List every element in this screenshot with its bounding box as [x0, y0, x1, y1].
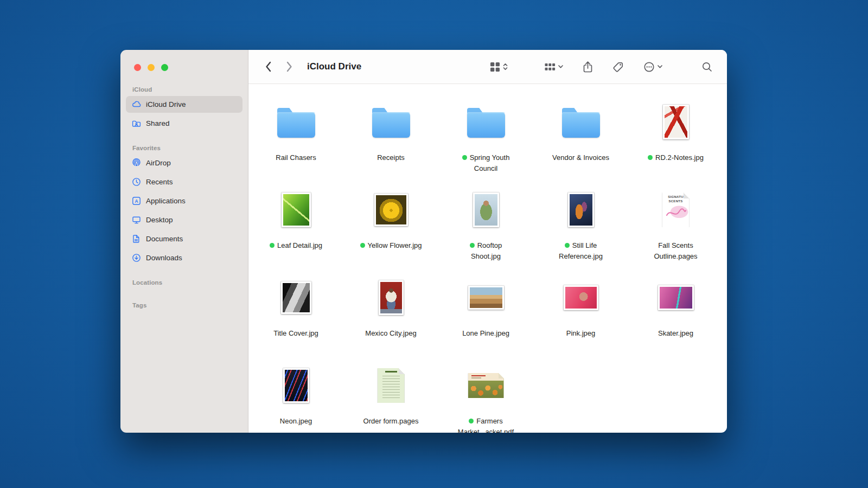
document-thumb-text: SIGNATU SCENTS — [663, 195, 688, 204]
main-panel: iCloud Drive — [248, 50, 727, 433]
sidebar-item-downloads[interactable]: Downloads — [126, 249, 242, 266]
script-squiggle-icon — [665, 207, 687, 219]
file-label: Skater.jpeg — [658, 328, 693, 339]
file-item[interactable]: Still Life Reference.jpg — [533, 185, 628, 273]
more-actions-button[interactable] — [643, 61, 662, 73]
sidebar-item-documents[interactable]: Documents — [126, 230, 242, 247]
sidebar-item-applications[interactable]: A Applications — [126, 192, 242, 209]
file-label: Spring Youth Council — [455, 152, 518, 174]
file-item[interactable]: Order form.pages — [343, 361, 438, 433]
image-thumbnail — [281, 281, 311, 314]
file-item[interactable]: Leaf Detail.jpg — [248, 185, 343, 273]
image-thumbnail — [374, 194, 408, 226]
sync-badge-icon — [565, 243, 570, 248]
file-label: Still Life Reference.jpg — [550, 240, 612, 261]
sync-badge-icon — [648, 155, 653, 160]
tag-icon — [612, 61, 624, 73]
section-header: iCloud — [120, 86, 248, 96]
view-switcher-button[interactable] — [490, 62, 508, 72]
sidebar-item-icloud-drive[interactable]: iCloud Drive — [126, 96, 242, 113]
grid-view-icon — [490, 62, 500, 72]
file-label: Neon.jpeg — [280, 416, 312, 427]
file-label: Yellow Flower.jpg — [360, 240, 422, 251]
sidebar-item-airdrop[interactable]: AirDrop — [126, 155, 242, 171]
file-label: Pink.jpeg — [566, 328, 595, 339]
sidebar-item-label: Downloads — [146, 254, 182, 262]
file-label: Mexico City.jpeg — [365, 328, 416, 339]
toolbar: iCloud Drive — [248, 50, 727, 84]
file-item[interactable]: Rooftop Shoot.jpg — [438, 185, 533, 273]
file-item[interactable]: Farmers Market...acket.pdf — [438, 361, 533, 433]
airdrop-icon — [131, 158, 142, 168]
tags-button[interactable] — [612, 61, 624, 73]
file-item[interactable]: Pink.jpeg — [533, 273, 628, 361]
shared-folder-icon — [131, 119, 142, 128]
sidebar-item-label: Applications — [146, 197, 186, 205]
sync-badge-icon — [469, 419, 474, 423]
file-label: Fall Scents Outline.pages — [644, 240, 707, 261]
folder-icon — [277, 112, 315, 138]
sidebar-item-shared[interactable]: Shared — [126, 115, 242, 132]
file-item[interactable]: Lone Pine.jpeg — [438, 273, 533, 361]
sidebar-section-locations: Locations — [120, 279, 248, 289]
pdf-document-icon — [468, 373, 504, 398]
zoom-button[interactable] — [161, 64, 168, 71]
ellipsis-circle-icon — [643, 61, 655, 73]
sidebar-item-recents[interactable]: Recents — [126, 174, 242, 190]
section-header: Favorites — [120, 145, 248, 155]
section-header[interactable]: Locations — [120, 279, 248, 289]
document-text-lines — [382, 376, 400, 399]
svg-text:A: A — [135, 198, 138, 204]
file-browser: Rail Chasers Receipts Spring Youth Counc… — [248, 84, 727, 433]
clock-icon — [131, 177, 142, 187]
file-item[interactable]: Receipts — [343, 97, 438, 185]
forward-button[interactable] — [286, 61, 293, 73]
document-text-line — [471, 375, 486, 376]
group-by-button[interactable] — [545, 63, 563, 71]
download-icon — [131, 253, 142, 262]
search-icon — [701, 61, 713, 73]
image-thumbnail — [468, 286, 504, 310]
pages-document-icon: SIGNATU SCENTS — [662, 192, 690, 227]
file-item[interactable]: SIGNATU SCENTS Fall Scents Outline.pages — [628, 185, 723, 273]
file-label: Rooftop Shoot.jpg — [455, 240, 518, 261]
sidebar-item-label: Shared — [146, 119, 170, 127]
close-button[interactable] — [134, 64, 141, 71]
image-thumbnail — [283, 368, 309, 403]
file-item[interactable]: Yellow Flower.jpg — [343, 185, 438, 273]
folder-icon — [562, 112, 600, 138]
finder-window: iCloud iCloud Drive Shared Favorites — [120, 50, 727, 433]
back-button[interactable] — [265, 61, 272, 73]
sidebar: iCloud iCloud Drive Shared Favorites — [120, 50, 248, 433]
search-button[interactable] — [701, 61, 713, 73]
sidebar-item-label: AirDrop — [146, 159, 171, 167]
file-label: Order form.pages — [363, 416, 419, 427]
pages-document-icon — [378, 368, 405, 403]
minimize-button[interactable] — [148, 64, 155, 71]
sidebar-item-label: Recents — [146, 178, 173, 186]
sidebar-item-label: iCloud Drive — [146, 100, 186, 108]
file-item[interactable]: Neon.jpeg — [248, 361, 343, 433]
sidebar-section-icloud: iCloud iCloud Drive Shared — [120, 86, 248, 132]
file-item[interactable]: Title Cover.jpg — [248, 273, 343, 361]
file-label: Leaf Detail.jpg — [270, 240, 322, 251]
sidebar-nav: iCloud iCloud Drive Shared Favorites — [120, 71, 248, 312]
file-label: Receipts — [377, 152, 405, 163]
file-item[interactable]: RD.2-Notes.jpg — [628, 97, 723, 185]
file-item[interactable]: Rail Chasers — [248, 97, 343, 185]
file-item[interactable]: Vendor & Invoices — [533, 97, 628, 185]
image-thumbnail — [282, 192, 311, 227]
document-text-line — [471, 377, 481, 378]
image-thumbnail — [568, 192, 594, 227]
share-button[interactable] — [583, 61, 593, 73]
file-label: Rail Chasers — [276, 152, 316, 163]
file-item[interactable]: Mexico City.jpeg — [343, 273, 438, 361]
file-item[interactable]: Spring Youth Council — [438, 97, 533, 185]
file-item[interactable]: Skater.jpeg — [628, 273, 723, 361]
folder-icon — [467, 112, 505, 138]
sidebar-item-desktop[interactable]: Desktop — [126, 211, 242, 228]
image-thumbnail — [663, 105, 689, 139]
section-header[interactable]: Tags — [120, 302, 248, 312]
chevron-down-icon — [558, 65, 563, 68]
sidebar-item-label: Documents — [146, 235, 183, 243]
